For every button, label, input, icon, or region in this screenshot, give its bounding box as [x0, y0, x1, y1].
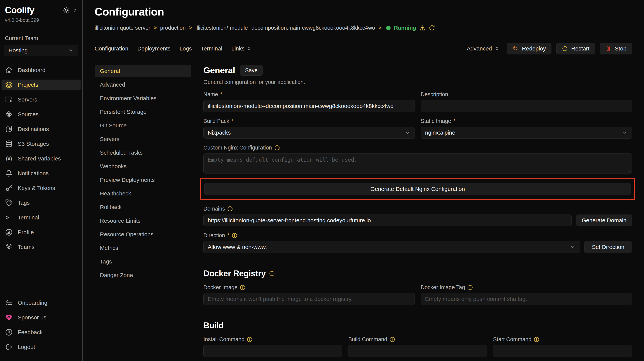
sidebar-item-profile[interactable]: Profile	[2, 227, 81, 238]
sidebar-item-tags[interactable]: Tags	[2, 197, 81, 208]
info-icon[interactable]	[390, 337, 395, 342]
generate-nginx-config-button[interactable]: Generate Default Nginx Configuration	[204, 183, 631, 195]
docker-image-tag-input[interactable]	[421, 293, 632, 305]
sidebar-item-notifications[interactable]: Notifications	[2, 168, 81, 179]
main-content: Configuration illicitonion quote server …	[82, 0, 644, 361]
theme-sun-icon[interactable]	[63, 7, 70, 14]
config-nav-persistent-storage[interactable]: Persistent Storage	[94, 106, 191, 118]
direction-select[interactable]: Allow www & non-www.	[204, 241, 580, 253]
config-nav-general[interactable]: General	[94, 65, 191, 77]
sidebar-item-s3-storages[interactable]: S3 Storages	[2, 139, 81, 149]
build-heading: Build	[204, 321, 632, 330]
info-icon[interactable]	[274, 145, 280, 151]
breadcrumb-environment[interactable]: production	[160, 25, 186, 31]
warning-triangle-icon[interactable]	[420, 25, 426, 31]
config-nav-advanced[interactable]: Advanced	[94, 79, 191, 91]
sidebar-item-projects[interactable]: Projects	[2, 80, 81, 90]
domains-input[interactable]	[204, 214, 572, 226]
sidebar-footer-nav: Onboarding Sponsor us Feedback Logout	[0, 297, 82, 356]
checklist-icon	[5, 299, 12, 306]
docker-image-tag-label: Docker Image Tag	[421, 284, 632, 290]
save-button[interactable]: Save	[240, 65, 263, 76]
info-icon[interactable]	[534, 337, 539, 342]
config-nav-scheduled-tasks[interactable]: Scheduled Tasks	[94, 147, 191, 159]
breadcrumb-separator-icon: >	[154, 25, 157, 31]
bell-icon	[5, 170, 12, 177]
info-icon[interactable]	[232, 233, 238, 238]
chevron-down-icon	[68, 48, 74, 53]
general-subtitle: General configuration for your applicati…	[204, 79, 632, 85]
config-nav-metrics[interactable]: Metrics	[94, 242, 191, 254]
sidebar-item-destinations[interactable]: Destinations	[2, 124, 81, 134]
users-icon	[5, 243, 12, 251]
app-version: v4.0.0-beta.399	[0, 17, 82, 23]
team-select[interactable]: Hosting	[4, 45, 78, 56]
general-heading: General	[204, 65, 235, 75]
sidebar-item-teams[interactable]: Teams	[2, 242, 81, 252]
config-nav-resource-limits[interactable]: Resource Limits	[94, 215, 191, 227]
config-nav-git-source[interactable]: Git Source	[94, 119, 191, 132]
current-team-label: Current Team	[0, 35, 82, 41]
config-nav-tags[interactable]: Tags	[94, 255, 191, 268]
set-direction-button[interactable]: Set Direction	[584, 241, 632, 253]
tab-terminal[interactable]: Terminal	[201, 45, 222, 52]
start-command-input[interactable]	[493, 345, 632, 357]
breadcrumb-resource[interactable]: illicitestonion/-module--decomposition:m…	[196, 25, 375, 31]
sidebar-nav: Dashboard Projects Servers Sources Desti…	[0, 65, 82, 256]
sidebar-item-sources[interactable]: Sources	[2, 109, 81, 120]
build-pack-select[interactable]: Nixpacks	[204, 127, 415, 139]
config-section-nav: General Advanced Environment Variables P…	[94, 65, 191, 361]
config-nav-preview-deployments[interactable]: Preview Deployments	[94, 174, 191, 186]
build-command-input[interactable]	[348, 345, 487, 357]
refresh-icon[interactable]	[429, 25, 435, 31]
resize-handle-icon[interactable]	[627, 169, 630, 172]
tab-configuration[interactable]: Configuration	[94, 45, 128, 52]
static-image-select[interactable]: nginx:alpine	[421, 127, 632, 139]
sidebar-item-keys-tokens[interactable]: Keys & Tokens	[2, 183, 81, 193]
sidebar-item-onboarding[interactable]: Onboarding	[2, 297, 81, 308]
docker-image-input[interactable]	[204, 293, 415, 305]
redeploy-button[interactable]: Redeploy	[507, 43, 552, 55]
restart-button[interactable]: Restart	[556, 43, 595, 55]
info-icon[interactable]	[467, 285, 473, 290]
breadcrumb-project[interactable]: illicitonion quote server	[94, 25, 150, 31]
stop-button[interactable]: Stop	[600, 43, 632, 55]
description-input[interactable]	[421, 100, 632, 112]
config-nav-danger-zone[interactable]: Danger Zone	[94, 269, 191, 281]
sidebar-item-dashboard[interactable]: Dashboard	[2, 65, 81, 75]
static-image-label: Static Image*	[421, 118, 632, 124]
config-nav-webhooks[interactable]: Webhooks	[94, 160, 191, 172]
chevron-up-down-icon	[494, 46, 500, 51]
tab-logs[interactable]: Logs	[180, 45, 192, 52]
info-icon[interactable]	[247, 337, 252, 342]
config-nav-servers[interactable]: Servers	[94, 133, 191, 145]
info-icon[interactable]	[269, 271, 275, 276]
sidebar-item-feedback[interactable]: Feedback	[2, 327, 81, 337]
config-nav-healthcheck[interactable]: Healthcheck	[94, 187, 191, 200]
generate-domain-button[interactable]: Generate Domain	[576, 214, 632, 226]
sidebar-item-servers[interactable]: Servers	[2, 94, 81, 105]
database-icon	[5, 140, 12, 147]
chevron-down-icon	[405, 130, 410, 136]
name-input[interactable]	[204, 100, 415, 112]
advanced-dropdown[interactable]: Advanced	[467, 45, 499, 52]
sidebar-item-logout[interactable]: Logout	[2, 342, 81, 352]
info-icon[interactable]	[227, 206, 233, 212]
chevron-up-down-icon[interactable]	[72, 8, 77, 13]
custom-nginx-textarea[interactable]	[204, 153, 632, 174]
restart-icon	[562, 46, 568, 52]
sidebar-item-sponsor-us[interactable]: Sponsor us	[2, 312, 81, 323]
install-command-input[interactable]	[204, 345, 342, 357]
config-nav-resource-operations[interactable]: Resource Operations	[94, 228, 191, 240]
info-icon[interactable]	[240, 285, 246, 290]
config-nav-environment-variables[interactable]: Environment Variables	[94, 92, 191, 104]
sidebar-item-shared-variables[interactable]: (x) Shared Variables	[2, 153, 81, 164]
docker-image-label: Docker Image	[204, 284, 415, 290]
tab-links[interactable]: Links	[231, 45, 251, 52]
status-running-link[interactable]: Running	[394, 25, 416, 31]
sidebar-item-terminal[interactable]: >_ Terminal	[2, 212, 81, 223]
config-nav-rollback[interactable]: Rollback	[94, 201, 191, 213]
tab-deployments[interactable]: Deployments	[137, 45, 170, 52]
server-icon	[5, 96, 12, 103]
braces-x-icon: (x)	[5, 155, 12, 162]
